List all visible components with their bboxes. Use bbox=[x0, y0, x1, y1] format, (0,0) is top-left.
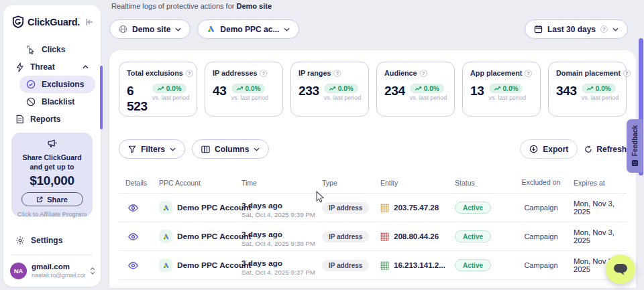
nav-label: Reports bbox=[30, 115, 89, 124]
column-header-time[interactable]: Time bbox=[235, 179, 315, 187]
info-icon[interactable] bbox=[420, 70, 427, 77]
stat-sub: vs. last period bbox=[231, 94, 269, 101]
columns-label: Columns bbox=[215, 145, 249, 154]
stat-value: 233 bbox=[299, 84, 319, 99]
brand-name: ClickGuard. bbox=[28, 17, 82, 27]
details-eye-icon[interactable] bbox=[125, 233, 138, 240]
info-icon[interactable] bbox=[623, 70, 631, 77]
table-header-row: Details PPC Account Time Type Entity Sta… bbox=[119, 173, 627, 193]
share-button[interactable]: Share bbox=[21, 192, 83, 206]
account-filter-dropdown[interactable]: Demo PPC ac... bbox=[197, 19, 299, 39]
feedback-label: Feedback bbox=[631, 125, 639, 156]
stat-value: 6 523 bbox=[127, 84, 148, 115]
chat-widget-button[interactable] bbox=[606, 255, 635, 284]
details-eye-icon[interactable] bbox=[125, 204, 138, 212]
trend-up-icon bbox=[415, 86, 422, 91]
stat-label: Total exclusions bbox=[127, 69, 183, 77]
site-filter-label: Demo site bbox=[132, 25, 170, 34]
sidebar-item-reports[interactable]: Reports bbox=[9, 111, 95, 128]
columns-icon bbox=[201, 145, 210, 153]
promo-amount: $10,000 bbox=[11, 173, 93, 188]
table-row: Demo PPC Account 3 days agoSat, Oct 4, 2… bbox=[119, 250, 627, 279]
trend-up-icon bbox=[157, 86, 164, 91]
status-badge: Active bbox=[455, 230, 491, 242]
sidebar-item-exclusions[interactable]: Exclusions bbox=[19, 76, 95, 93]
info-icon[interactable] bbox=[186, 70, 193, 77]
stat-label: IP ranges bbox=[299, 69, 331, 77]
sidebar-nav: Clicks Threat Exclusions bbox=[3, 37, 101, 128]
expires-at-value: Mon, Nov 3, 2025 bbox=[567, 228, 627, 244]
promo-title: Share ClickGuard and get up to bbox=[17, 153, 87, 171]
type-badge: IP address bbox=[322, 231, 369, 242]
table-row: Demo PPC Account 3 days agoSat, Oct 4, 2… bbox=[119, 222, 627, 250]
share-button-label: Share bbox=[47, 196, 68, 204]
status-badge: Active bbox=[455, 202, 491, 214]
sidebar-scrollbar[interactable] bbox=[100, 66, 103, 129]
table-toolbar: Filters Columns Export bbox=[119, 139, 627, 159]
site-filter-dropdown[interactable]: Demo site bbox=[109, 19, 191, 39]
info-icon[interactable] bbox=[525, 70, 532, 77]
feedback-tab[interactable]: Feedback bbox=[627, 119, 643, 173]
column-header-ppc-account[interactable]: PPC Account bbox=[152, 179, 235, 187]
stat-card-total-exclusions: Total exclusions 6 523 0.0% vs. last per… bbox=[119, 62, 197, 117]
stat-value: 234 bbox=[384, 84, 405, 99]
exclusions-check-icon bbox=[26, 80, 36, 89]
date-range-dropdown[interactable]: Last 30 days bbox=[525, 19, 628, 39]
column-header-expires-at[interactable]: Expires at bbox=[567, 179, 627, 187]
table-row-partial: 3 days ago bbox=[119, 279, 627, 288]
column-header-type[interactable]: Type bbox=[315, 179, 374, 187]
nav-label: Settings bbox=[31, 236, 89, 245]
sidebar-item-threat[interactable]: Threat bbox=[9, 58, 95, 76]
promo-caption[interactable]: Click to Affiliate Program bbox=[11, 210, 93, 218]
country-flag-icon bbox=[380, 261, 389, 270]
refresh-button[interactable]: Refresh bbox=[584, 145, 627, 154]
stat-sub: vs. last period bbox=[324, 94, 362, 101]
column-header-status[interactable]: Status bbox=[448, 179, 515, 187]
stat-change: 0.0% bbox=[503, 85, 519, 92]
expires-at-value: Mon, Nov 3, 2025 bbox=[567, 200, 627, 216]
column-header-details[interactable]: Details bbox=[119, 179, 152, 187]
sidebar-divider bbox=[11, 255, 93, 255]
globe-icon bbox=[119, 25, 127, 33]
sidebar-item-blacklist[interactable]: Blacklist bbox=[19, 93, 95, 111]
chevron-down-icon bbox=[175, 27, 181, 31]
stat-sub: vs. last period bbox=[489, 94, 527, 101]
entity-value: 208.80.44.26 bbox=[394, 232, 439, 240]
external-link-icon bbox=[36, 196, 43, 203]
nav-label: Threat bbox=[30, 62, 76, 72]
collapse-sidebar-icon[interactable] bbox=[85, 18, 94, 26]
stat-value: 43 bbox=[213, 84, 227, 99]
user-menu[interactable]: NA gmail.com naatali.ro@gmail.com bbox=[10, 263, 95, 279]
export-download-icon bbox=[529, 145, 538, 153]
info-icon[interactable] bbox=[260, 70, 267, 77]
stat-change: 0.0% bbox=[246, 85, 261, 92]
columns-button[interactable]: Columns bbox=[192, 139, 269, 159]
column-header-entity[interactable]: Entity bbox=[374, 179, 448, 187]
refresh-label: Refresh bbox=[596, 145, 627, 154]
user-email: naatali.ro@gmail.com bbox=[32, 272, 85, 279]
type-badge: IP address bbox=[322, 260, 369, 271]
stat-change: 0.0% bbox=[166, 85, 182, 92]
filters-label: Filters bbox=[141, 145, 165, 154]
details-eye-icon[interactable] bbox=[125, 262, 138, 269]
entity-value: 16.213.141.2... bbox=[394, 261, 445, 269]
exclusions-table: Details PPC Account Time Type Entity Sta… bbox=[119, 173, 627, 288]
chevron-down-icon bbox=[170, 147, 176, 151]
nav-label: Exclusions bbox=[42, 80, 89, 89]
sidebar-item-clicks[interactable]: Clicks bbox=[19, 41, 95, 58]
nav-label: Blacklist bbox=[42, 97, 89, 106]
sidebar: ClickGuard. Clicks Threat bbox=[3, 5, 101, 287]
info-icon[interactable] bbox=[333, 70, 341, 77]
time-relative: 3 days ago bbox=[241, 259, 315, 269]
trend-up-icon bbox=[494, 86, 501, 91]
column-header-excluded-on[interactable]: Excluded on bbox=[515, 178, 567, 187]
stat-sub: vs. last period bbox=[410, 94, 447, 101]
time-absolute: Sat, Oct 4, 2025 9:39 PM bbox=[241, 211, 315, 220]
chevron-up-icon bbox=[83, 65, 89, 69]
filters-button[interactable]: Filters bbox=[119, 139, 185, 159]
export-button[interactable]: Export bbox=[520, 139, 578, 159]
country-flag-icon bbox=[380, 204, 389, 212]
stat-label: App placement bbox=[470, 69, 522, 77]
reports-document-icon bbox=[15, 115, 24, 124]
sidebar-item-settings[interactable]: Settings bbox=[9, 232, 95, 249]
